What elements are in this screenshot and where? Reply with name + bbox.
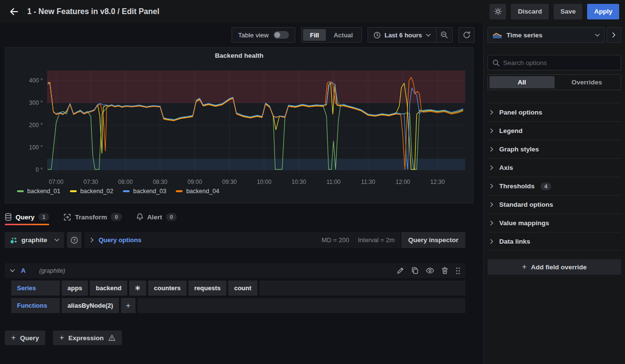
section-label: Legend	[499, 127, 523, 134]
page-title: 1 - New Features in v8.0 / Edit Panel	[27, 7, 159, 16]
section-label: Panel options	[499, 109, 542, 116]
warning-icon	[108, 334, 116, 341]
tab-all[interactable]: All	[490, 76, 555, 88]
zoom-out-button[interactable]	[436, 28, 452, 42]
tab-transform-label: Transform	[75, 214, 107, 221]
series-input-area[interactable]	[259, 281, 465, 296]
zoom-out-icon	[440, 31, 448, 39]
chevron-right-icon	[490, 128, 493, 133]
max-data-points-value: MD = 200	[321, 236, 349, 244]
svg-text:10:30: 10:30	[291, 179, 306, 185]
series-segment[interactable]: requests	[188, 281, 226, 296]
series-row: Series appsbackendcountersrequestscount	[11, 281, 465, 296]
refresh-button[interactable]	[458, 27, 474, 43]
plus-icon: +	[522, 263, 526, 271]
function-input-area[interactable]	[137, 298, 465, 313]
tab-overrides[interactable]: Overrides	[555, 76, 620, 88]
legend-swatch	[176, 190, 183, 192]
add-field-override-button[interactable]: + Add field override	[488, 259, 621, 275]
drag-handle[interactable]	[456, 267, 460, 275]
apply-button[interactable]: Apply	[587, 4, 619, 19]
legend-item[interactable]: backend_02	[70, 188, 113, 195]
duplicate-query-button[interactable]	[411, 267, 419, 274]
editor-tabs: Query 1 Transform 0 Alert 0	[5, 213, 483, 225]
series-segment[interactable]: count	[228, 281, 257, 296]
viz-picker-row: Time series	[488, 27, 621, 43]
copy-icon	[411, 267, 419, 274]
legend-item[interactable]: backend_03	[123, 188, 166, 195]
section-panel-options[interactable]: Panel options	[488, 103, 621, 121]
series-segment[interactable]: apps	[62, 281, 88, 296]
panel-settings-button[interactable]	[490, 4, 506, 19]
add-function-button[interactable]: +	[121, 298, 135, 313]
svg-text:11:00: 11:00	[326, 179, 340, 185]
help-icon: ?	[70, 236, 78, 244]
pencil-icon	[397, 267, 404, 274]
svg-text:12:30: 12:30	[430, 179, 445, 185]
legend-label: backend_04	[186, 188, 219, 195]
add-query-button[interactable]: + Query	[5, 331, 45, 345]
save-button[interactable]: Save	[554, 4, 583, 19]
series-segment[interactable]: counters	[148, 281, 186, 296]
tab-query[interactable]: Query 1	[5, 213, 49, 225]
series-segment[interactable]	[129, 281, 146, 296]
viz-type-picker[interactable]: Time series	[488, 27, 605, 43]
collapse-chevron-icon	[10, 269, 15, 273]
legend-item[interactable]: backend_04	[176, 188, 219, 195]
actual-option[interactable]: Actual	[327, 29, 360, 41]
datasource-picker[interactable]: graphite	[5, 232, 64, 248]
collapse-pane-button[interactable]	[607, 27, 621, 43]
svg-text:09:00: 09:00	[187, 179, 202, 185]
svg-text:09:30: 09:30	[222, 179, 236, 185]
query-row-header[interactable]: A (graphite)	[5, 263, 465, 278]
chevron-right-icon	[490, 110, 493, 115]
discard-button[interactable]: Discard	[511, 4, 549, 19]
fill-option[interactable]: Fill	[303, 29, 326, 41]
series-label[interactable]: Series	[11, 281, 60, 296]
functions-label[interactable]: Functions	[11, 298, 60, 313]
function-segment[interactable]: aliasByNode(2)	[62, 298, 119, 313]
tab-alert[interactable]: Alert 0	[136, 213, 177, 225]
section-thresholds[interactable]: Thresholds4	[488, 177, 621, 195]
svg-text:08:00: 08:00	[118, 179, 133, 185]
section-legend[interactable]: Legend	[488, 121, 621, 140]
svg-text:100 °: 100 °	[29, 144, 43, 151]
legend-label: backend_02	[80, 188, 113, 195]
series-segment[interactable]: backend	[90, 281, 127, 296]
edit-query-button[interactable]	[397, 267, 404, 274]
chevron-down-icon	[426, 33, 431, 37]
svg-text:200 °: 200 °	[29, 122, 43, 129]
section-value-mappings[interactable]: Value mappings	[488, 214, 621, 232]
section-label: Standard options	[499, 201, 553, 208]
table-view-label: Table view	[238, 32, 269, 39]
chart-plot[interactable]: 0 °100 °200 °300 °400 °07:0007:3008:0008…	[5, 62, 473, 187]
delete-query-button[interactable]	[441, 267, 448, 274]
series-segments: appsbackendcountersrequestscount	[62, 281, 465, 296]
svg-text:07:00: 07:00	[49, 179, 64, 185]
time-range-picker[interactable]: Last 6 hours	[368, 28, 436, 42]
toggle-visibility-button[interactable]	[426, 267, 434, 274]
add-expression-button[interactable]: + Expression	[53, 331, 121, 345]
eye-icon	[426, 267, 434, 274]
datasource-help-button[interactable]: ?	[67, 232, 82, 248]
section-axis[interactable]: Axis	[488, 158, 621, 177]
section-label: Graph styles	[499, 146, 539, 153]
fill-actual-switch: Fill Actual	[301, 27, 362, 43]
add-expression-label: Expression	[68, 334, 104, 342]
query-options-toggle[interactable]: Query options	[99, 236, 141, 244]
section-standard-options[interactable]: Standard options	[488, 195, 621, 214]
tab-alert-label: Alert	[147, 214, 162, 221]
section-data-links[interactable]: Data links	[488, 232, 621, 250]
panel-toolbar: Table view Fill Actual Last 6 hours	[0, 27, 483, 43]
query-inspector-button[interactable]: Query inspector	[401, 232, 465, 248]
tab-transform[interactable]: Transform 0	[64, 213, 121, 225]
plus-icon: +	[11, 334, 16, 342]
back-button[interactable]	[6, 3, 22, 20]
section-label: Thresholds	[499, 182, 535, 190]
options-search-input[interactable]	[503, 59, 616, 66]
toggle-knob	[274, 32, 280, 38]
section-graph-styles[interactable]: Graph styles	[488, 140, 621, 158]
chevron-right-icon	[490, 165, 493, 170]
table-view-toggle[interactable]	[273, 31, 289, 39]
legend-item[interactable]: backend_01	[17, 188, 60, 195]
